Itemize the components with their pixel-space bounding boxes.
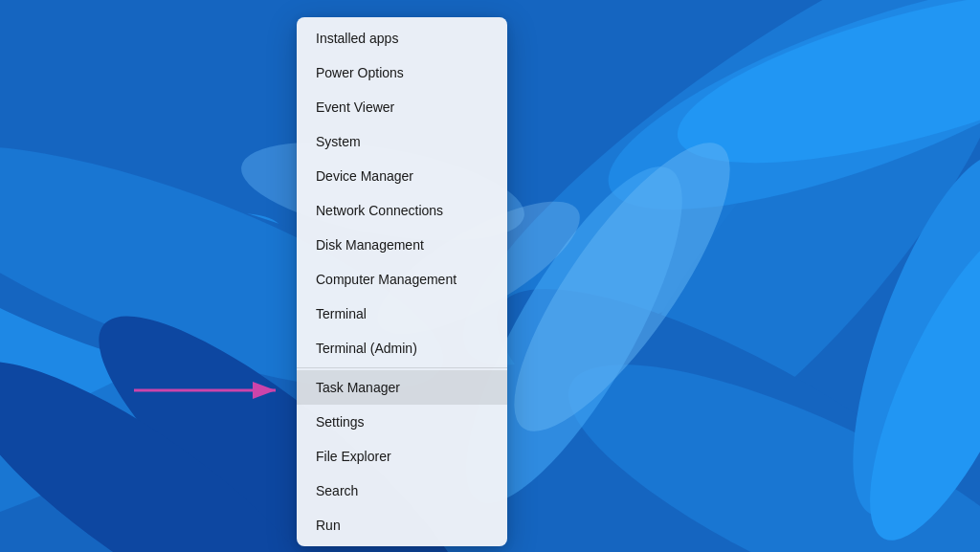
menu-item-disk-management[interactable]: Disk Management [297, 228, 507, 262]
menu-item-terminal-admin[interactable]: Terminal (Admin) [297, 331, 507, 365]
arrow-indicator [134, 373, 287, 408]
menu-item-task-manager[interactable]: Task Manager [297, 370, 507, 405]
menu-item-event-viewer[interactable]: Event Viewer [297, 90, 507, 124]
menu-item-device-manager[interactable]: Device Manager [297, 159, 507, 193]
menu-item-network-connections[interactable]: Network Connections [297, 193, 507, 228]
context-menu: Installed appsPower OptionsEvent ViewerS… [297, 17, 507, 546]
menu-item-run[interactable]: Run [297, 508, 507, 542]
menu-item-power-options[interactable]: Power Options [297, 55, 507, 90]
menu-item-installed-apps[interactable]: Installed apps [297, 21, 507, 55]
menu-separator [297, 367, 507, 368]
menu-item-computer-management[interactable]: Computer Management [297, 262, 507, 297]
menu-item-settings[interactable]: Settings [297, 405, 507, 439]
menu-item-system[interactable]: System [297, 124, 507, 159]
menu-item-file-explorer[interactable]: File Explorer [297, 439, 507, 474]
menu-item-terminal[interactable]: Terminal [297, 297, 507, 331]
menu-item-search[interactable]: Search [297, 474, 507, 508]
